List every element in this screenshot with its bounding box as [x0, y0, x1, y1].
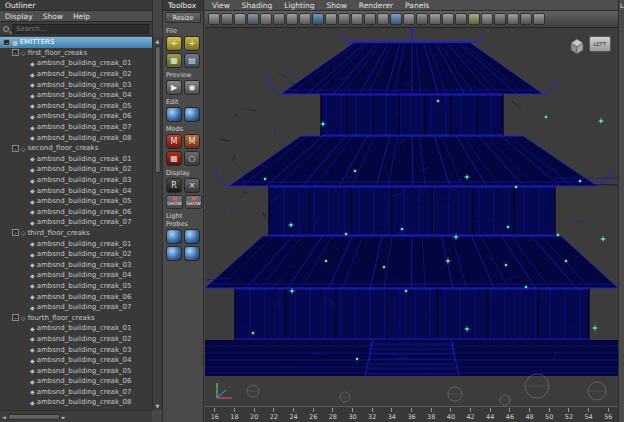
viewport-toolbar-icon[interactable] [234, 13, 246, 25]
light-probe-icon[interactable] [166, 246, 182, 261]
outliner-node[interactable]: ◆ambsnd_building_creak_05 [0, 365, 152, 376]
timeline-frame[interactable]: 48 [520, 407, 540, 422]
outliner-node[interactable]: ◆ambsnd_building_creak_07 [0, 217, 152, 228]
outliner-hscrollbar[interactable]: ◄ ► [0, 410, 152, 422]
viewport-menu-lighting[interactable]: Lighting [284, 1, 314, 10]
hscroll-thumb[interactable] [8, 414, 60, 420]
timeline-frame[interactable]: 56 [598, 407, 618, 422]
viewport-toolbar-icon[interactable] [312, 13, 324, 25]
scroll-left-icon[interactable]: ◄ [2, 413, 6, 421]
show-button-2[interactable]: MSHOW [185, 195, 202, 209]
expander-icon[interactable]: - [12, 314, 19, 321]
viewport-toolbar-icon[interactable] [351, 13, 363, 25]
viewport-menu-view[interactable]: View [212, 1, 230, 10]
scroll-right-icon[interactable]: ► [62, 413, 66, 421]
outliner-node[interactable]: ◆ambsnd_building_creak_06 [0, 111, 152, 122]
viewport-toolbar-icon[interactable] [364, 13, 376, 25]
open-scene-icon[interactable]: + [184, 36, 200, 51]
display-toggle-icon[interactable]: × [184, 178, 200, 193]
outliner-node[interactable]: ◆ambsnd_building_creak_03 [0, 259, 152, 270]
outliner-node[interactable]: ◆ambsnd_building_creak_04 [0, 90, 152, 101]
toolbox-tab[interactable]: Toolbox [163, 0, 203, 11]
viewport-menu-shading[interactable]: Shading [242, 1, 272, 10]
timeline-frame[interactable]: 22 [264, 407, 284, 422]
viewport-toolbar-icon[interactable] [481, 13, 493, 25]
mod-misc-icon[interactable]: ○ [184, 151, 200, 166]
outliner-node[interactable]: ◆ambsnd_building_creak_05 [0, 196, 152, 207]
timeline-frame[interactable]: 30 [343, 407, 363, 422]
outliner-node[interactable]: -◇third_floor_creaks [0, 228, 152, 239]
timeline-frame[interactable]: 32 [362, 407, 382, 422]
outliner-node[interactable]: ◆ambsnd_building_creak_03 [0, 175, 152, 186]
timeline-frame[interactable]: 34 [382, 407, 402, 422]
viewport-toolbar-icon[interactable] [299, 13, 311, 25]
viewport-toolbar-icon[interactable] [390, 13, 402, 25]
timeline-frame[interactable]: 38 [421, 407, 441, 422]
expander-icon[interactable]: - [12, 229, 19, 236]
timeline-frame[interactable]: 46 [500, 407, 520, 422]
viewport-toolbar-icon[interactable] [429, 13, 441, 25]
mod-grid-icon[interactable]: ▦ [166, 151, 182, 166]
outliner-node[interactable]: -■EMITTERS [0, 37, 152, 48]
viewport-toolbar-icon[interactable] [520, 13, 532, 25]
expander-icon[interactable]: - [12, 49, 19, 56]
timeline-frame[interactable]: 54 [579, 407, 599, 422]
preview-camera-icon[interactable]: ◉ [184, 80, 200, 95]
resize-button[interactable]: Resize [165, 12, 201, 23]
mod-orange-icon[interactable]: M [184, 134, 200, 149]
timeline-frame[interactable]: 50 [539, 407, 559, 422]
outliner-menu-help[interactable]: Help [73, 12, 90, 21]
outliner-node[interactable]: ◆ambsnd_building_creak_02 [0, 249, 152, 260]
light-probe-icon[interactable] [184, 246, 200, 261]
timeline-frame[interactable]: 20 [244, 407, 264, 422]
viewport-toolbar-icon[interactable] [507, 13, 519, 25]
viewport-toolbar-icon[interactable] [533, 13, 545, 25]
wireframe-scene[interactable] [205, 28, 618, 406]
outliner-node[interactable]: ◆ambsnd_building_creak_01 [0, 154, 152, 165]
viewport-toolbar-icon[interactable] [455, 13, 467, 25]
outliner-node[interactable]: ◆ambsnd_building_creak_01 [0, 238, 152, 249]
outliner-node[interactable]: ◆ambsnd_building_creak_01 [0, 58, 152, 69]
outliner-node[interactable]: ◆ambsnd_building_creak_08 [0, 397, 152, 408]
timeline-frame[interactable]: 44 [480, 407, 500, 422]
outliner-node[interactable]: -◇second_floor_creaks [0, 143, 152, 154]
viewport-toolbar-icon[interactable] [494, 13, 506, 25]
outliner-node[interactable]: ◆ambsnd_building_creak_04 [0, 270, 152, 281]
viewport-menu-renderer[interactable]: Renderer [359, 1, 393, 10]
timeline-frame[interactable]: 26 [303, 407, 323, 422]
outliner-node[interactable]: -◇fourth_floor_creaks [0, 312, 152, 323]
outliner-node[interactable]: ◆ambsnd_building_creak_07 [0, 387, 152, 398]
timeline-frame[interactable]: 36 [402, 407, 422, 422]
show-button-1[interactable]: MSHOW [166, 195, 183, 209]
viewport-toolbar-icon[interactable] [416, 13, 428, 25]
outliner-tab[interactable]: Outliner [0, 0, 152, 11]
scroll-up-icon[interactable]: ▲ [156, 37, 160, 45]
export-scene-icon[interactable]: ▤ [184, 53, 200, 68]
viewport-toolbar-icon[interactable] [221, 13, 233, 25]
outliner-node[interactable]: ◆ambsnd_building_creak_04 [0, 185, 152, 196]
outliner-node[interactable]: ◆ambsnd_building_creak_06 [0, 376, 152, 387]
viewcube[interactable]: LEFT [568, 36, 611, 55]
outliner-node[interactable]: -◇first_floor_creaks [0, 48, 152, 59]
timeline-frame[interactable]: 42 [461, 407, 481, 422]
timeline-frame[interactable]: 24 [284, 407, 304, 422]
outliner-node[interactable]: ◆ambsnd_building_creak_07 [0, 302, 152, 313]
timeline-frame[interactable]: 16 [205, 407, 225, 422]
outliner-node[interactable]: ◆ambsnd_building_creak_02 [0, 164, 152, 175]
outliner-menu-show[interactable]: Show [43, 12, 63, 21]
outliner-search-input[interactable] [12, 24, 149, 34]
light-probe-icon[interactable] [184, 229, 200, 244]
outliner-node[interactable]: ◆ambsnd_building_creak_05 [0, 101, 152, 112]
time-slider[interactable]: 1618202224262830323436384042444648505254… [205, 406, 618, 422]
expander-icon[interactable]: - [12, 145, 19, 152]
layer-panel-edge[interactable]: La [618, 0, 624, 422]
vscroll-thumb[interactable] [155, 46, 161, 173]
outliner-node[interactable]: ◆ambsnd_building_creak_01 [0, 323, 152, 334]
scroll-down-icon[interactable]: ▼ [156, 402, 160, 410]
viewport-toolbar-icon[interactable] [468, 13, 480, 25]
outliner-node[interactable]: ◆ambsnd_building_creak_03 [0, 344, 152, 355]
edit-node-alt-icon[interactable] [184, 107, 200, 122]
outliner-node[interactable]: ◆ambsnd_building_creak_08 [0, 132, 152, 143]
viewport-toolbar-icon[interactable] [442, 13, 454, 25]
viewport-toolbar-icon[interactable] [208, 13, 220, 25]
